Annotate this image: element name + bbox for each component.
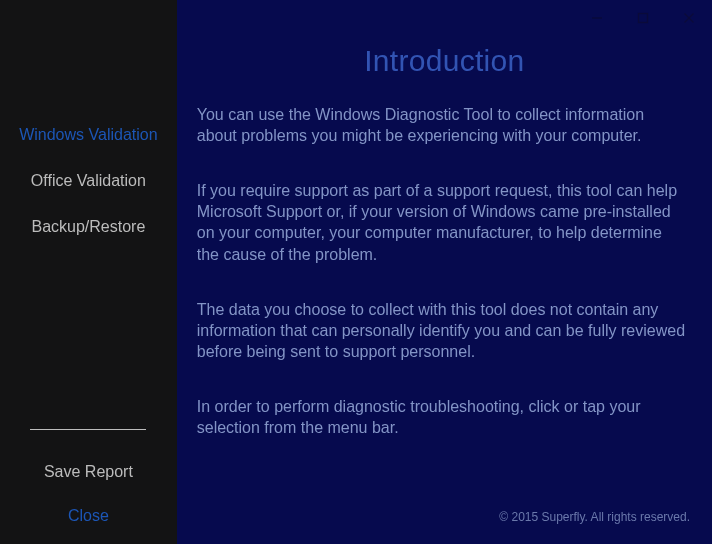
sidebar-bottom-pad: [0, 538, 177, 544]
page-title: Introduction: [177, 44, 712, 78]
intro-paragraph: The data you choose to collect with this…: [197, 299, 688, 362]
sidebar-item-label: Windows Validation: [19, 126, 157, 143]
main-panel: Introduction You can use the Windows Dia…: [177, 0, 712, 544]
svg-rect-1: [639, 14, 648, 23]
save-report-button[interactable]: Save Report: [0, 450, 177, 494]
sidebar: Windows Validation Office Validation Bac…: [0, 0, 177, 544]
sidebar-item-office-validation[interactable]: Office Validation: [0, 158, 177, 204]
window-titlebar: [177, 0, 712, 32]
footer-copyright: © 2015 Superfly. All rights reserved.: [499, 510, 690, 524]
sidebar-spacer: [0, 250, 177, 429]
minimize-icon[interactable]: [574, 6, 620, 30]
sidebar-item-backup-restore[interactable]: Backup/Restore: [0, 204, 177, 250]
sidebar-item-label: Office Validation: [31, 172, 146, 189]
sidebar-header-blank: [0, 0, 177, 112]
sidebar-item-label: Backup/Restore: [31, 218, 145, 235]
sidebar-action-label: Close: [68, 507, 109, 524]
maximize-icon[interactable]: [620, 6, 666, 30]
sidebar-item-windows-validation[interactable]: Windows Validation: [0, 112, 177, 158]
content-body: You can use the Windows Diagnostic Tool …: [177, 104, 712, 438]
sidebar-divider: [30, 429, 146, 430]
intro-paragraph: If you require support as part of a supp…: [197, 180, 688, 264]
close-button[interactable]: Close: [0, 494, 177, 538]
intro-paragraph: You can use the Windows Diagnostic Tool …: [197, 104, 688, 146]
intro-paragraph: In order to perform diagnostic troublesh…: [197, 396, 688, 438]
close-icon[interactable]: [666, 6, 712, 30]
sidebar-action-label: Save Report: [44, 463, 133, 480]
sidebar-nav: Windows Validation Office Validation Bac…: [0, 112, 177, 250]
app-window: Windows Validation Office Validation Bac…: [0, 0, 712, 544]
